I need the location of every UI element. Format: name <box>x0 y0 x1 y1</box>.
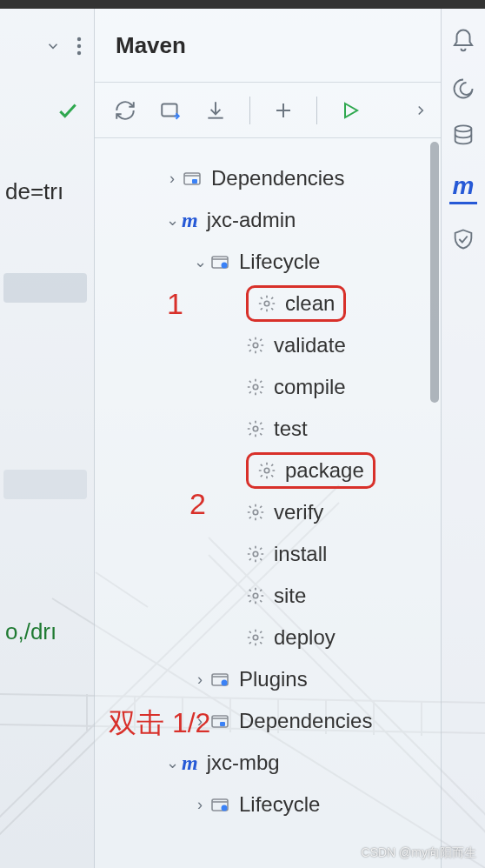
svg-point-42 <box>455 125 472 131</box>
folder-lifecycle-icon <box>209 251 230 272</box>
tree-node-compile[interactable]: compile <box>103 366 435 408</box>
maven-module-icon: m <box>182 751 198 775</box>
highlight-clean: clean <box>246 285 346 322</box>
maven-toolbar <box>95 83 441 138</box>
tree-node-verify[interactable]: verify <box>103 491 435 533</box>
tree-node-site[interactable]: site <box>103 575 435 617</box>
chevron-right-icon[interactable] <box>413 103 429 118</box>
svg-point-30 <box>253 426 258 431</box>
svg-point-37 <box>222 680 228 686</box>
tree-label: clean <box>285 291 335 316</box>
tree-node-package[interactable]: package <box>103 450 435 491</box>
folder-dependencies-icon <box>209 711 230 731</box>
svg-point-32 <box>253 510 258 515</box>
tree-label: Dependencies <box>211 166 344 190</box>
run-icon[interactable] <box>340 100 361 121</box>
svg-point-33 <box>253 551 258 557</box>
svg-point-41 <box>222 805 228 811</box>
tree-node-jxc-admin[interactable]: ⌄ m jxc-admin <box>103 199 435 241</box>
annotation-2: 2 <box>189 487 206 521</box>
gear-icon <box>246 586 265 605</box>
right-tool-strip: m <box>442 9 485 868</box>
database-icon[interactable] <box>451 124 475 148</box>
tree-node-lifecycle[interactable]: › Lifecycle <box>103 784 435 825</box>
gear-icon <box>246 503 265 522</box>
scrollbar[interactable] <box>430 142 439 403</box>
svg-point-26 <box>222 263 228 269</box>
shield-icon[interactable] <box>451 227 475 251</box>
panel-title: Maven <box>95 9 441 83</box>
svg-point-27 <box>264 301 269 306</box>
svg-point-17 <box>77 43 81 47</box>
watermark: CSDN @my向阳而生 <box>362 845 476 861</box>
tree-label: install <box>274 542 327 566</box>
svg-point-28 <box>253 343 258 348</box>
tree-label: Dependencies <box>239 709 372 733</box>
tree-label: jxc-mbg <box>207 751 280 775</box>
tree-node-dependencies[interactable]: › Dependencies <box>103 157 435 199</box>
tree-node-install[interactable]: install <box>103 533 435 575</box>
refresh-icon[interactable] <box>114 99 136 122</box>
chevron-down-icon: ⌄ <box>190 252 209 271</box>
chevron-down-icon[interactable] <box>45 38 61 54</box>
tree-label: Lifecycle <box>239 792 320 817</box>
gear-icon <box>246 377 265 397</box>
gear-icon <box>246 419 265 438</box>
tree-label: site <box>274 584 306 608</box>
swirl-icon[interactable] <box>451 77 475 101</box>
svg-point-31 <box>264 468 269 473</box>
tree-node-validate[interactable]: validate <box>103 324 435 366</box>
svg-rect-24 <box>192 179 197 184</box>
folder-dependencies-icon <box>182 168 203 189</box>
tree-label: jxc-admin <box>207 208 296 232</box>
chevron-down-icon: ⌄ <box>163 210 182 230</box>
tree-node-jxc-mbg[interactable]: ⌄ m jxc-mbg <box>103 742 435 784</box>
tree-node-test[interactable]: test <box>103 408 435 450</box>
chevron-right-icon: › <box>163 170 182 188</box>
generate-sources-icon[interactable] <box>159 99 182 122</box>
annotation-doubleclick: 双击 1/2 <box>109 704 210 743</box>
gear-icon <box>257 294 276 313</box>
tree-label: test <box>274 417 308 441</box>
chevron-down-icon: ⌄ <box>163 753 182 772</box>
folder-lifecycle-icon <box>209 794 230 815</box>
tree-node-lifecycle[interactable]: ⌄ Lifecycle <box>103 241 435 283</box>
tree-label: package <box>285 458 364 483</box>
tree-node-clean[interactable]: clean <box>103 283 435 324</box>
add-icon[interactable] <box>273 100 294 121</box>
tree-label: compile <box>274 375 346 399</box>
window-titlebar <box>0 0 485 9</box>
svg-rect-23 <box>184 173 200 184</box>
svg-point-18 <box>77 50 81 54</box>
toolbar-separator <box>316 97 317 124</box>
highlight-package: package <box>246 452 375 489</box>
gear-icon <box>246 628 265 647</box>
tree-label: Plugins <box>239 667 308 691</box>
checkmark-icon <box>56 99 79 122</box>
annotation-1: 1 <box>167 287 183 321</box>
tree-node-plugins[interactable]: › Plugins <box>103 658 435 700</box>
tree-node-deploy[interactable]: deploy <box>103 617 435 658</box>
download-icon[interactable] <box>204 99 227 122</box>
more-vertical-icon[interactable] <box>76 37 82 56</box>
chevron-right-icon: › <box>190 671 209 689</box>
gear-icon <box>257 461 276 480</box>
svg-point-34 <box>253 593 258 598</box>
svg-rect-38 <box>212 716 228 727</box>
bell-icon[interactable] <box>450 28 476 54</box>
svg-rect-39 <box>220 722 225 726</box>
tree-label: Lifecycle <box>239 250 320 274</box>
folder-plugins-icon <box>209 669 230 690</box>
gear-icon <box>246 544 265 564</box>
tree-label: validate <box>274 333 346 357</box>
maven-module-icon: m <box>182 209 198 232</box>
tree-label: deploy <box>274 625 336 650</box>
chevron-right-icon: › <box>190 796 209 814</box>
gear-icon <box>246 336 265 355</box>
editor-strip: de=trı o,/drı <box>0 9 94 868</box>
tree-label: verify <box>274 500 323 524</box>
svg-rect-19 <box>162 103 176 116</box>
maven-toolwindow-icon[interactable]: m <box>449 170 478 204</box>
toolbar-separator <box>249 97 250 124</box>
svg-point-35 <box>253 635 258 640</box>
